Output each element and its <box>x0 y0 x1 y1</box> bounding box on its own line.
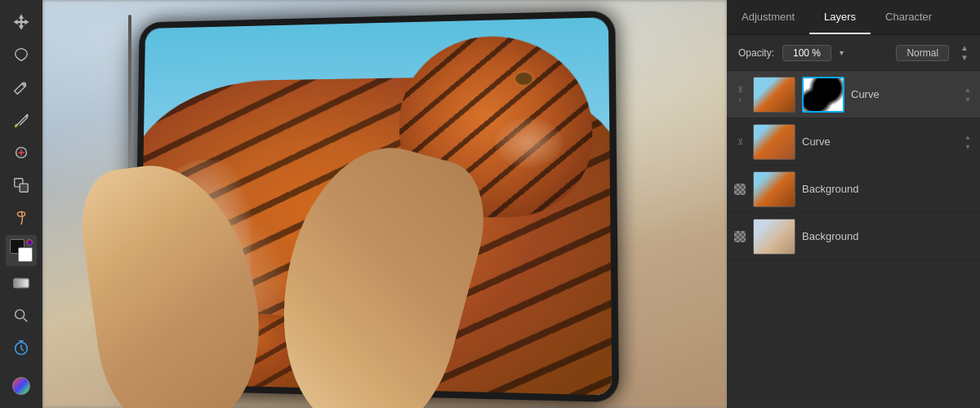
layers-list: ⊻ › Curve ▲ ▼ ⊻ Curve ▲ ▼ <box>727 71 980 408</box>
opacity-dropdown-icon[interactable]: ▾ <box>840 48 844 57</box>
layer-item[interactable]: ⊻ › Curve ▲ ▼ <box>727 71 980 118</box>
layer-checker-icon-2 <box>733 231 746 242</box>
layer-expand-icon-2[interactable]: ⊻ <box>733 137 746 146</box>
layer-scroll: ▲ ▼ <box>962 86 973 104</box>
move-tool[interactable] <box>6 7 37 38</box>
layer-label-2: Curve <box>802 135 956 148</box>
clone-tool[interactable] <box>6 170 37 201</box>
layer-thumbnail-tiger2 <box>753 124 795 160</box>
opacity-value[interactable]: 100 % <box>782 45 831 61</box>
layer-mask-thumbnail <box>802 77 844 113</box>
magnify-tool[interactable] <box>6 300 37 331</box>
layer-item[interactable]: ⊻ Curve ▲ ▼ <box>727 118 980 166</box>
blend-mode-select[interactable]: Normal <box>896 45 949 61</box>
svg-point-6 <box>16 310 24 319</box>
tab-character[interactable]: Character <box>871 0 947 34</box>
layer-scroll-2: ▲ ▼ <box>962 133 973 151</box>
timer-tool[interactable] <box>6 333 37 364</box>
svg-rect-5 <box>14 279 29 288</box>
layer-item[interactable]: Background <box>727 213 980 260</box>
opacity-label: Opacity: <box>738 47 774 59</box>
layer-item[interactable]: Background <box>727 166 980 213</box>
blend-row: Opacity: 100 % ▾ Normal ▲ ▼ <box>727 35 980 71</box>
layer-label: Curve <box>851 88 956 100</box>
healing-tool[interactable] <box>6 137 37 168</box>
tab-adjustment[interactable]: Adjustment <box>727 0 809 34</box>
right-panel: Adjustment Layers Character Opacity: 100… <box>727 0 980 408</box>
svg-rect-3 <box>20 184 28 192</box>
blend-scroll[interactable]: ▲ ▼ <box>960 43 969 62</box>
color-tool[interactable] <box>6 235 37 266</box>
panel-tabs: Adjustment Layers Character <box>727 0 980 35</box>
layer-expand-icon[interactable]: ⊻ › <box>733 85 746 104</box>
layer-label-3: Background <box>802 183 973 195</box>
layer-thumbnail-tiger <box>753 77 795 113</box>
toolbar <box>0 0 42 408</box>
pen-tool[interactable] <box>6 72 37 103</box>
dodge-tool[interactable] <box>6 202 37 233</box>
canvas-area <box>42 0 727 408</box>
brush-tool[interactable] <box>6 104 37 135</box>
layer-label-4: Background <box>802 230 973 242</box>
layer-thumbnail-bg1 <box>753 171 795 207</box>
gradient-tool[interactable] <box>6 268 37 299</box>
color-swatch[interactable] <box>6 370 37 401</box>
lasso-tool[interactable] <box>6 39 37 70</box>
layer-checker-icon <box>733 184 746 195</box>
tab-layers[interactable]: Layers <box>809 0 871 34</box>
layer-thumbnail-bg2 <box>753 219 795 255</box>
